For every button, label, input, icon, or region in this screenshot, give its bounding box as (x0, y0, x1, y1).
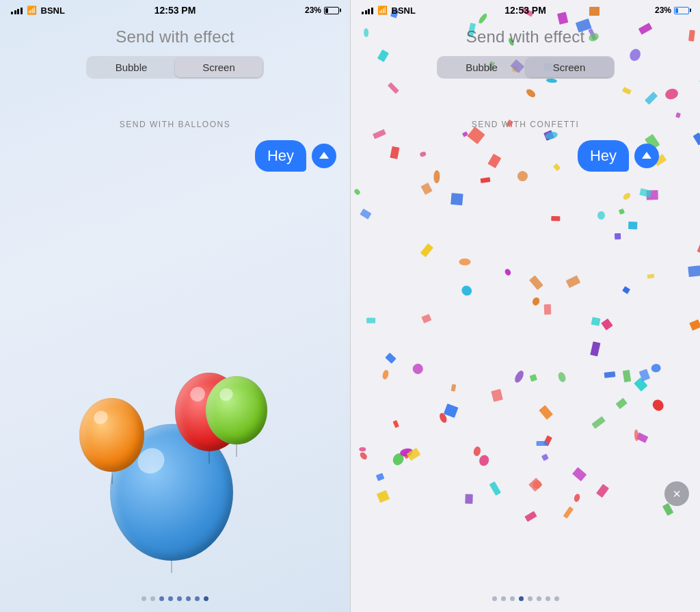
status-bar-left: 📶 BSNL 12:53 PM 23% (0, 0, 350, 19)
confetti-piece (546, 78, 558, 83)
signal-bar-3 (17, 9, 19, 14)
content-area-left: SEND WITH BALLOONS Hey (0, 84, 350, 588)
dot-6-left (195, 596, 200, 601)
dot-3-left (168, 596, 173, 601)
segmented-control-right[interactable]: Bubble Screen (437, 56, 615, 79)
balloons-scene (72, 219, 278, 561)
signal-bar-r1 (362, 12, 364, 14)
dot-1-right (501, 596, 506, 601)
signal-bar-r2 (365, 10, 367, 14)
status-right-right: 23% (655, 5, 689, 15)
dot-0-right (492, 596, 497, 601)
balloon-green (206, 376, 267, 444)
wifi-icon-left: 📶 (27, 5, 37, 15)
seg-bubble-left[interactable]: Bubble (88, 57, 175, 77)
header-left: Send with effect (0, 19, 350, 51)
status-left-left: 📶 BSNL (11, 5, 65, 16)
dot-7-left (204, 596, 208, 601)
effect-label-right: SEND WITH CONFETTI (351, 120, 700, 129)
battery-pct-left: 23% (305, 5, 321, 15)
signal-bars-right (362, 6, 373, 14)
signal-bar-r4 (371, 8, 373, 14)
signal-bar-4 (21, 8, 23, 14)
confetti-piece (377, 50, 388, 62)
dot-5-right (537, 596, 541, 601)
wifi-icon-right: 📶 (377, 5, 388, 15)
time-left: 12:53 PM (154, 5, 196, 16)
status-right-left: 23% (305, 5, 339, 15)
dot-6-right (546, 596, 550, 601)
battery-icon-right (674, 7, 689, 14)
effect-label-left: SEND WITH BALLOONS (0, 120, 350, 129)
dot-indicator-left (0, 588, 350, 612)
segmented-control-left[interactable]: Bubble Screen (86, 56, 264, 79)
signal-bar-1 (11, 12, 13, 14)
content-area-right: SEND WITH CONFETTI Hey × (351, 84, 700, 588)
signal-bar-2 (14, 10, 16, 14)
signal-bars-left (11, 6, 23, 14)
dot-4-right (528, 596, 533, 601)
seg-screen-left[interactable]: Screen (175, 57, 262, 77)
seg-screen-right[interactable]: Screen (526, 57, 613, 77)
status-bar-right: 📶 BSNL 12:53 PM 23% (351, 0, 700, 19)
dot-7-right (554, 596, 559, 601)
header-title-left: Send with effect (116, 27, 234, 46)
carrier-name-right: BSNL (392, 5, 416, 16)
dot-2-left (159, 596, 164, 601)
send-arrow-left (319, 152, 329, 159)
header-right: Send with effect (351, 19, 700, 51)
message-bubble-right: Hey (578, 140, 629, 172)
message-row-left: Hey (255, 140, 336, 172)
dot-indicator-right (351, 588, 700, 612)
send-arrow-right (642, 152, 651, 159)
dot-4-left (177, 596, 182, 601)
status-left-right: 📶 BSNL (362, 5, 416, 16)
time-right: 12:53 PM (504, 5, 546, 16)
dot-5-left (186, 596, 191, 601)
close-button[interactable]: × (664, 481, 689, 506)
send-button-right[interactable] (634, 144, 659, 168)
message-bubble-left: Hey (255, 140, 306, 172)
battery-icon-left (324, 7, 339, 14)
seg-bubble-right[interactable]: Bubble (438, 57, 526, 77)
send-button-left[interactable] (312, 144, 336, 168)
carrier-name-left: BSNL (41, 5, 65, 16)
header-title-right: Send with effect (466, 27, 585, 46)
left-phone-panel: 📶 BSNL 12:53 PM 23% Send with effect Bub… (0, 0, 350, 612)
right-phone-panel: 📶 BSNL 12:53 PM 23% Send with effect Bub… (350, 0, 700, 612)
dot-3-right (519, 596, 524, 601)
dot-0-left (142, 596, 146, 601)
battery-pct-right: 23% (655, 5, 671, 15)
signal-bar-r3 (368, 9, 370, 14)
message-row-right: Hey (578, 140, 659, 172)
dot-1-left (150, 596, 155, 601)
dot-2-right (510, 596, 515, 601)
balloon-orange (79, 398, 144, 472)
